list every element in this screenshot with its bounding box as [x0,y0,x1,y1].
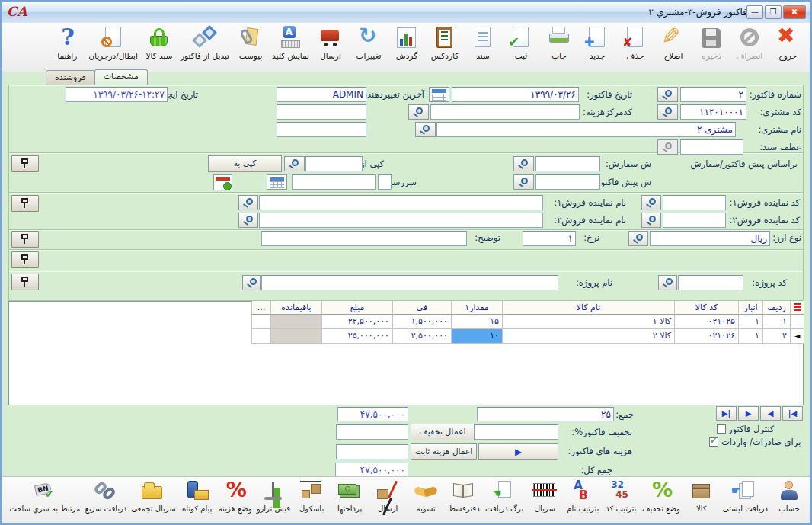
discount-amount-field[interactable] [336,424,408,440]
show-keys-button[interactable]: نمایش کلید [270,25,312,61]
nav-next-button[interactable]: ▶ [738,406,759,421]
cell-row[interactable]: ۱ [762,315,790,329]
rep2-code-field[interactable] [663,213,726,228]
quick-receive-button[interactable]: دریافت سریع [82,479,129,514]
invoice-control-checkbox[interactable] [717,424,726,434]
table-header-unit-price[interactable]: فی [392,301,451,315]
proforma-no-search-button[interactable] [513,174,534,190]
table-row[interactable] [790,315,804,329]
delete-button[interactable]: حذف [616,25,654,61]
nav-first-button[interactable]: |◀ [782,406,803,421]
invoice-date-field[interactable]: ۱۳۹۹/۰۳/۲۶ [452,87,579,102]
cell-more[interactable] [251,329,270,344]
cancel-button[interactable]: انصراف [730,25,769,61]
settlement-button[interactable]: تسویه [407,479,445,514]
table-header-selector[interactable] [790,301,804,315]
discount-set-button[interactable]: وضع تخفیف [640,479,683,514]
send-button[interactable]: ارسال [312,25,350,61]
rep2-name-search-button[interactable] [238,213,258,228]
by-code-button[interactable]: بترتیب کد [602,479,640,514]
expense-set-button[interactable]: وضع هزینه [216,479,254,514]
customer-code-field[interactable]: ۱۱۲۰۱۰۰۰۱ [680,104,746,120]
tab-details[interactable]: مشخصات [94,69,148,85]
currency-field[interactable]: ریال [650,231,770,246]
apply-fixed-cost-button[interactable]: اعمال هزینه ثابت [411,443,477,460]
rep2-name-field[interactable] [259,213,543,228]
serial-button[interactable]: سریال [526,479,564,514]
installment-book-button[interactable]: دفترقسط [445,479,483,514]
pin-button-sales-reps[interactable] [11,195,39,212]
cell-more[interactable] [251,315,270,329]
rep1-name-search-button[interactable] [238,195,258,210]
weighbridge-button[interactable]: باسکول [293,479,331,514]
project-name-field[interactable] [261,275,558,290]
cell-item-code[interactable]: ۰۲۱۰۲۵ [674,315,738,329]
order-no-field[interactable] [535,156,600,171]
cell-unit-price[interactable]: ۲,۵۰۰,۰۰۰ [392,329,451,344]
cell-item-name[interactable]: کالا ۲ [502,329,674,344]
dispatch-button[interactable]: ارسال [369,479,407,514]
apply-discount-button[interactable]: اعمال تخفیف [411,424,475,440]
nav-prev-button[interactable]: ◀ [760,406,781,421]
submit-button[interactable]: ثبت [502,25,540,61]
invoice-date-calendar-button[interactable] [429,87,449,102]
table-header-qty[interactable]: مقدار۱ [451,301,502,315]
invoice-costs-button[interactable]: ▶ [478,443,558,460]
minimize-button[interactable]: — [746,5,763,19]
tab-seller[interactable]: فروشنده [46,70,95,85]
cell-qty[interactable]: ۱۵ [451,315,502,329]
turnover-button[interactable]: گردش [388,25,426,61]
close-button[interactable]: ✖ [783,5,806,19]
invoice-no-search-button[interactable] [657,87,678,102]
order-no-search-button[interactable] [513,156,534,171]
maximize-button[interactable]: ❐ [765,5,782,19]
kardex-button[interactable]: کاردکس [426,25,464,61]
by-name-button[interactable]: بترتیب نام [564,479,602,514]
rep1-name-field[interactable] [259,195,543,210]
discount-percent-field[interactable] [475,424,558,440]
void-button[interactable]: ابطال/درجریان [86,25,140,61]
basket-button[interactable]: سبد کالا [140,25,178,61]
rate-field[interactable]: ۱ [523,231,576,246]
cell-amount[interactable]: ۲۵,۰۰۰,۰۰۰ [321,329,392,344]
cell-remaining[interactable] [270,315,321,329]
table-header-row[interactable]: ردیف [762,301,790,315]
title-bar[interactable]: CA فاکتور فروش-۳-مشتري ۲ — ❐ ✖ [2,2,810,24]
account-button[interactable]: حساب [770,479,808,514]
convert-invoice-button[interactable]: تبدیل از فاکتور [178,25,232,61]
proforma-no-field[interactable] [535,174,600,190]
currency-search-button[interactable] [628,231,648,246]
customer-code-search-button[interactable] [657,104,678,120]
table-header-remaining[interactable]: باقیمانده [270,301,321,315]
export-import-checkbox[interactable] [709,437,718,447]
help-button[interactable]: راهنما [48,25,86,61]
rep1-code-field[interactable] [663,195,726,210]
project-code-field[interactable] [678,275,743,290]
cell-warehouse[interactable]: ۱ [738,329,762,344]
goods-button[interactable]: کالا [683,479,721,514]
doc-ref-field[interactable] [680,139,743,155]
cell-warehouse[interactable]: ۱ [738,315,762,329]
due-date-field[interactable] [292,174,376,190]
project-name-search-button[interactable] [242,275,261,290]
receive-list-button[interactable]: دریافت لیستی [721,479,770,514]
attachment-button[interactable]: پیوست [232,25,270,61]
cell-qty-selected[interactable]: ۱۰ [451,329,502,344]
pin-button-currency[interactable] [11,231,39,248]
cost-center-field[interactable] [430,104,580,120]
due-date-days-field[interactable] [378,174,392,190]
table-row-active[interactable]: ◄ [790,329,804,344]
table-header-more[interactable]: ... [251,301,270,315]
scale-receipt-button[interactable]: فیش ترازو [254,479,293,514]
batch-link-button[interactable]: مرتبط به سري ساخت [7,479,82,514]
cell-item-code[interactable]: ۰۲۱۰۲۶ [674,329,738,344]
edit-button[interactable]: اصلاح [654,25,692,61]
cell-remaining[interactable] [270,329,321,344]
invoice-no-field[interactable]: ۲ [680,87,746,102]
customer-name-field[interactable]: مشتری ۲ [436,122,736,137]
rep2-code-search-button[interactable] [641,213,661,228]
bijak-field[interactable] [277,104,366,120]
exit-button[interactable]: خروج [769,25,807,61]
cell-row[interactable]: ۲ [762,329,790,344]
copy-to-button[interactable]: کپی به [208,155,282,172]
